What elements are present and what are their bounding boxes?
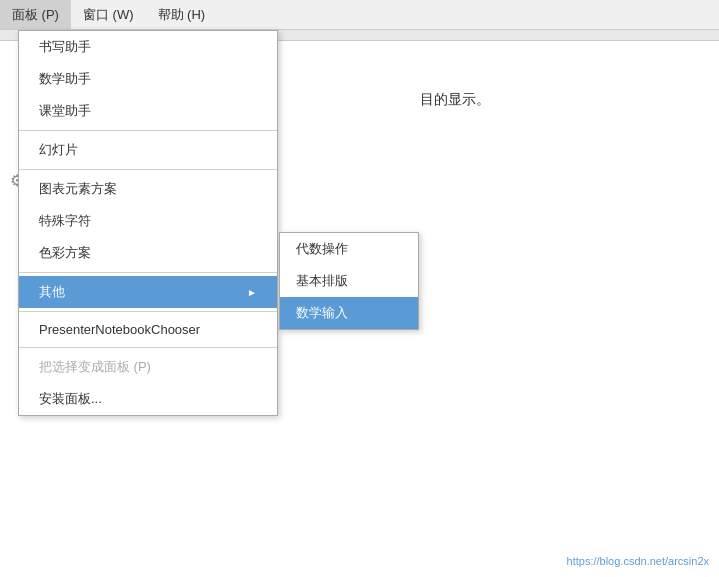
menu-item-special-chars[interactable]: 特殊字符 [19,205,277,237]
menubar-item-panel[interactable]: 面板 (P) [0,0,71,29]
menubar: 面板 (P) 窗口 (W) 帮助 (H) [0,0,719,30]
content-text: 目的显示。 [420,91,490,109]
menu-item-other[interactable]: 其他 ► [19,276,277,308]
menu-item-chart-elements[interactable]: 图表元素方案 [19,173,277,205]
menubar-item-window[interactable]: 窗口 (W) [71,0,146,29]
menu-item-convert-to-panel: 把选择变成面板 (P) [19,351,277,383]
separator-5 [19,347,277,348]
menu-item-other-label: 其他 [39,283,65,301]
separator-1 [19,130,277,131]
watermark: https://blog.csdn.net/arcsin2x [567,555,709,567]
separator-2 [19,169,277,170]
menu-item-classroom-assistant[interactable]: 课堂助手 [19,95,277,127]
menu-item-install-panel[interactable]: 安装面板... [19,383,277,415]
submenu-item-basic-layout[interactable]: 基本排版 [280,265,418,297]
submenu: 代数操作 基本排版 数学输入 [279,232,419,330]
menu-item-color-scheme[interactable]: 色彩方案 [19,237,277,269]
separator-4 [19,311,277,312]
menu-item-writing-assistant[interactable]: 书写助手 [19,31,277,63]
separator-3 [19,272,277,273]
submenu-arrow-icon: ► [247,287,257,298]
menu-item-math-assistant[interactable]: 数学助手 [19,63,277,95]
menubar-item-help[interactable]: 帮助 (H) [146,0,218,29]
submenu-item-algebra[interactable]: 代数操作 [280,233,418,265]
menu-item-presenter-chooser[interactable]: PresenterNotebookChooser [19,315,277,344]
submenu-item-math-input[interactable]: 数学输入 [280,297,418,329]
menu-item-slides[interactable]: 幻灯片 [19,134,277,166]
dropdown-menu: 书写助手 数学助手 课堂助手 幻灯片 图表元素方案 特殊字符 色彩方案 其他 ►… [18,30,278,416]
